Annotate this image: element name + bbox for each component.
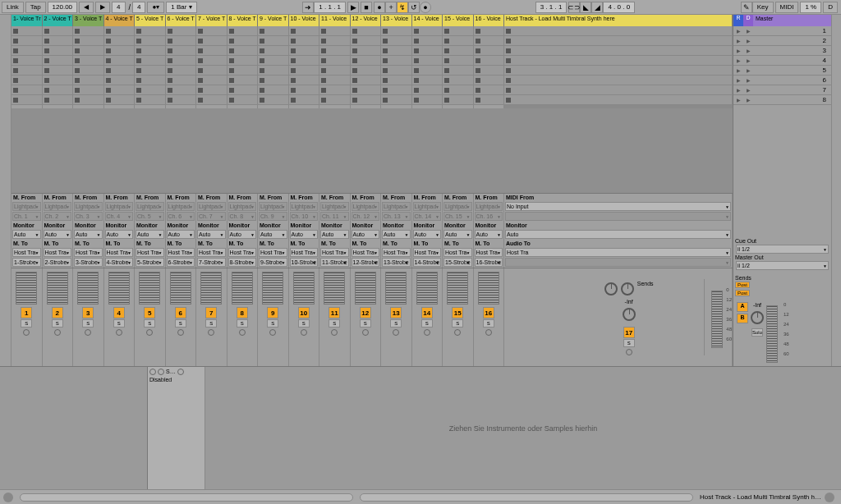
clip-slot[interactable] bbox=[11, 95, 42, 105]
arm-button[interactable] bbox=[331, 329, 338, 336]
midi-to-ch-dropdown[interactable]: 9-Strobe bbox=[259, 258, 287, 267]
timesig-den[interactable]: 4 bbox=[132, 2, 145, 13]
arm-button[interactable] bbox=[454, 329, 461, 336]
record-button[interactable]: ● bbox=[374, 2, 385, 13]
midi-ch-dropdown[interactable]: Ch. 2 bbox=[44, 212, 72, 221]
midi-ch-dropdown[interactable]: Ch. 6 bbox=[167, 212, 195, 221]
link-button[interactable]: Link bbox=[2, 2, 24, 13]
clip-slot[interactable] bbox=[135, 85, 165, 95]
host-activator-button[interactable]: 17 bbox=[623, 327, 635, 338]
clip-slot[interactable] bbox=[43, 76, 73, 85]
arm-button[interactable] bbox=[146, 329, 153, 336]
track-activator-button[interactable]: 3 bbox=[82, 307, 94, 318]
clip-slot[interactable] bbox=[381, 46, 411, 56]
arm-button[interactable] bbox=[23, 329, 30, 336]
play-button[interactable]: ▶ bbox=[347, 2, 359, 13]
solo-button[interactable]: S bbox=[237, 319, 248, 328]
sb-scrollbar-2[interactable] bbox=[360, 493, 693, 502]
clip-slot[interactable] bbox=[412, 26, 443, 36]
punch-out-icon[interactable]: ◢ bbox=[591, 2, 603, 13]
clip-slot[interactable] bbox=[258, 76, 288, 85]
clip-slot[interactable] bbox=[351, 85, 381, 95]
solo-button[interactable]: S bbox=[175, 319, 186, 328]
clip-slot[interactable] bbox=[166, 66, 196, 76]
arm-button[interactable] bbox=[239, 329, 246, 336]
send-b-knob[interactable] bbox=[621, 282, 634, 296]
host-monitor-dropdown[interactable]: Auto bbox=[505, 230, 731, 239]
monitor-dropdown[interactable]: Auto bbox=[74, 230, 103, 239]
nudge-up-button[interactable]: ▶ bbox=[95, 2, 110, 13]
midi-to-dropdown[interactable]: Host Tra bbox=[105, 248, 134, 257]
clip-slot[interactable] bbox=[104, 76, 135, 85]
monitor-dropdown[interactable]: Auto bbox=[167, 230, 195, 239]
clip-slot[interactable] bbox=[227, 36, 258, 46]
volume-fader[interactable] bbox=[47, 272, 68, 305]
clip-slot[interactable] bbox=[289, 26, 319, 36]
clip-slot[interactable] bbox=[319, 36, 350, 46]
clip-slot[interactable] bbox=[227, 66, 258, 76]
track-header[interactable]: 7 - Voice T bbox=[196, 15, 227, 26]
clip-slot[interactable] bbox=[319, 46, 350, 56]
clip-slot[interactable] bbox=[319, 26, 350, 36]
clip-slot[interactable] bbox=[196, 26, 227, 36]
clip-slot[interactable] bbox=[412, 95, 443, 105]
scene-row[interactable]: ▶▶6 bbox=[733, 76, 831, 85]
clip-slot[interactable] bbox=[381, 95, 411, 105]
host-fader[interactable] bbox=[711, 291, 723, 348]
tap-button[interactable]: Tap bbox=[25, 2, 46, 13]
clip-slot[interactable] bbox=[166, 36, 196, 46]
metronome-button[interactable]: ●▾ bbox=[147, 2, 164, 13]
host-midi-ch-dropdown[interactable] bbox=[505, 212, 731, 221]
host-pan-knob[interactable] bbox=[623, 308, 636, 321]
device-activator-icon[interactable] bbox=[149, 369, 156, 375]
clip-slot[interactable] bbox=[43, 85, 73, 95]
midi-to-ch-dropdown[interactable]: 7-Strobe bbox=[197, 258, 226, 267]
host-audio-to-dropdown[interactable]: Host Tra bbox=[505, 248, 731, 257]
quantize-menu[interactable]: 1 Bar ▾ bbox=[166, 2, 196, 13]
position-field[interactable]: 1 . 1 . 1 bbox=[314, 2, 346, 13]
clip-slot[interactable] bbox=[443, 36, 473, 46]
volume-fader[interactable] bbox=[355, 272, 376, 305]
clip-slot[interactable] bbox=[504, 95, 732, 105]
clip-slot[interactable] bbox=[227, 56, 258, 66]
midi-to-dropdown[interactable]: Host Tra bbox=[413, 248, 442, 257]
monitor-dropdown[interactable]: Auto bbox=[413, 230, 442, 239]
clip-slot[interactable] bbox=[504, 36, 732, 46]
clip-slot[interactable] bbox=[73, 85, 103, 95]
clip-slot[interactable] bbox=[135, 76, 165, 85]
loop-start-field[interactable]: 3 . 1 . 1 bbox=[535, 2, 568, 13]
overdub-icon[interactable]: + bbox=[385, 2, 397, 13]
send-a-button[interactable]: A bbox=[737, 302, 748, 312]
midi-from-dropdown[interactable]: Lightpad bbox=[197, 202, 226, 211]
clip-slot[interactable] bbox=[135, 95, 165, 105]
track-activator-button[interactable]: 7 bbox=[205, 307, 217, 318]
clip-slot[interactable] bbox=[166, 85, 196, 95]
midi-from-dropdown[interactable]: Lightpad bbox=[290, 202, 319, 211]
monitor-dropdown[interactable]: Auto bbox=[197, 230, 226, 239]
clip-slot[interactable] bbox=[43, 66, 73, 76]
clip-slot[interactable] bbox=[504, 85, 732, 95]
clip-slot[interactable] bbox=[135, 46, 165, 56]
return-b-header[interactable]: D bbox=[743, 15, 753, 26]
midi-ch-dropdown[interactable]: Ch. 13 bbox=[382, 212, 411, 221]
track-activator-button[interactable]: 11 bbox=[329, 307, 340, 318]
midi-from-dropdown[interactable]: Lightpad bbox=[12, 202, 41, 211]
track-header[interactable]: 12 - Voice bbox=[351, 15, 382, 26]
clip-slot[interactable] bbox=[289, 95, 319, 105]
midi-to-ch-dropdown[interactable]: 12-Strobe bbox=[352, 258, 380, 267]
arm-button[interactable] bbox=[362, 329, 369, 336]
host-solo-button[interactable]: S bbox=[623, 339, 635, 347]
arm-button[interactable] bbox=[269, 329, 276, 336]
volume-fader[interactable] bbox=[200, 272, 222, 305]
sb-scrollbar[interactable] bbox=[20, 493, 353, 502]
master-out-dropdown[interactable]: ii 1/2 bbox=[736, 261, 829, 270]
track-activator-button[interactable]: 4 bbox=[113, 307, 125, 318]
clip-slot[interactable] bbox=[43, 95, 73, 105]
session-record-icon[interactable]: ● bbox=[420, 2, 431, 13]
clip-slot[interactable] bbox=[381, 36, 411, 46]
midi-to-ch-dropdown[interactable]: 8-Strobe bbox=[228, 258, 257, 267]
volume-fader[interactable] bbox=[170, 272, 191, 305]
clip-slot[interactable] bbox=[11, 46, 42, 56]
track-activator-button[interactable]: 2 bbox=[52, 307, 63, 318]
solo-button[interactable]: S bbox=[52, 319, 63, 328]
